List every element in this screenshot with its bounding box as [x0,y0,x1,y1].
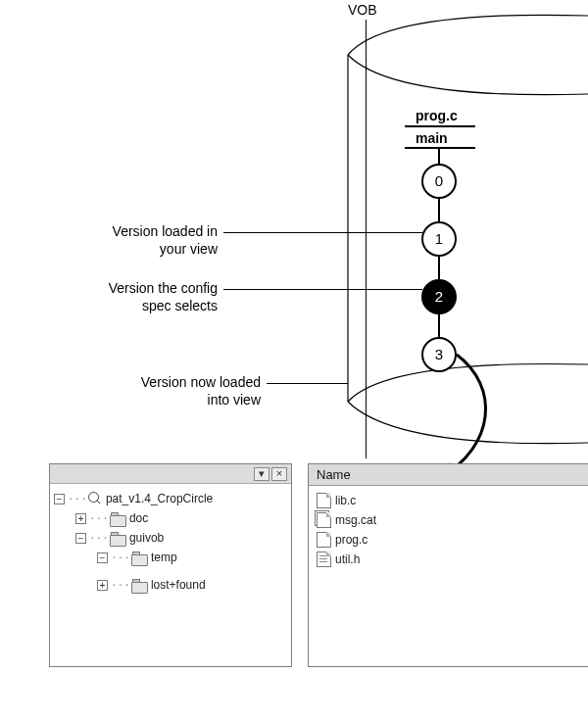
annotation-leader [223,289,422,290]
tree-item-label: doc [129,511,148,525]
dock-button[interactable]: ▾ [254,467,270,481]
annotation-leader [223,232,422,233]
cylinder-axis-line [366,20,367,458]
file-icon [317,532,331,548]
expander-minus-icon[interactable]: − [54,494,65,504]
vob-cylinder [0,0,588,490]
file-name: lib.c [335,494,356,507]
close-button[interactable]: × [271,467,287,481]
tree-root[interactable]: − ··· pat_v1.4_CropCircle [54,489,287,508]
tree-item[interactable]: − ··· temp [54,548,287,567]
tree-panel-header: ▾ × [50,464,291,484]
version-node-0: 0 [421,164,457,199]
connector [438,199,440,222]
tree-item[interactable]: + ··· doc [54,508,287,528]
list-body: lib.c msg.cat prog.c util.h [309,486,588,666]
divider [405,147,475,149]
annotation-now-loaded: Version now loaded into view [123,374,261,408]
tree-item-label: lost+found [151,578,206,592]
annotation-leader [267,383,348,384]
version-node-2-selected: 2 [421,279,457,314]
list-item[interactable]: util.h [317,550,580,569]
folder-icon [110,512,125,525]
expander-plus-icon[interactable]: + [97,580,108,591]
expander-plus-icon[interactable]: + [75,513,86,524]
list-panel: Name lib.c msg.cat prog.c util.h [308,463,588,667]
connector [438,149,440,164]
file-icon [317,493,331,508]
version-node-1: 1 [421,221,457,257]
folder-icon [131,552,147,564]
version-node-3: 3 [421,337,457,372]
file-name: prog.c [335,533,368,547]
list-item[interactable]: msg.cat [317,510,580,530]
annotation-config-spec: Version the config spec selects [92,280,218,314]
expander-minus-icon[interactable]: − [75,533,86,544]
view-icon [88,492,102,505]
file-text-icon [317,552,331,567]
folder-icon [110,532,125,545]
tree-body: − ··· pat_v1.4_CropCircle + ··· doc − ··… [50,484,291,666]
annotation-loaded-in-view: Version loaded in your view [94,223,218,258]
tree-item[interactable]: + ··· lost+found [54,575,287,595]
file-label: prog.c [416,108,458,123]
tree-item-label: temp [151,551,177,564]
tree-item[interactable]: − ··· guivob [54,528,287,548]
connector [438,314,440,338]
tree-item-label: guivob [129,531,164,545]
file-name: msg.cat [335,513,376,527]
list-header[interactable]: Name [309,464,588,486]
tree-panel: ▾ × − ··· pat_v1.4_CropCircle + ··· doc … [49,463,292,667]
list-item[interactable]: prog.c [317,530,580,550]
branch-label: main [416,130,448,146]
file-name: util.h [335,552,360,566]
file-stack-icon [317,512,331,528]
expander-minus-icon[interactable]: − [97,552,108,563]
vob-title: VOB [348,2,377,18]
list-item[interactable]: lib.c [317,491,580,510]
tree-root-label: pat_v1.4_CropCircle [106,492,213,505]
list-header-label: Name [317,467,351,482]
divider [405,125,475,127]
connector [438,257,440,280]
folder-icon [131,579,147,592]
